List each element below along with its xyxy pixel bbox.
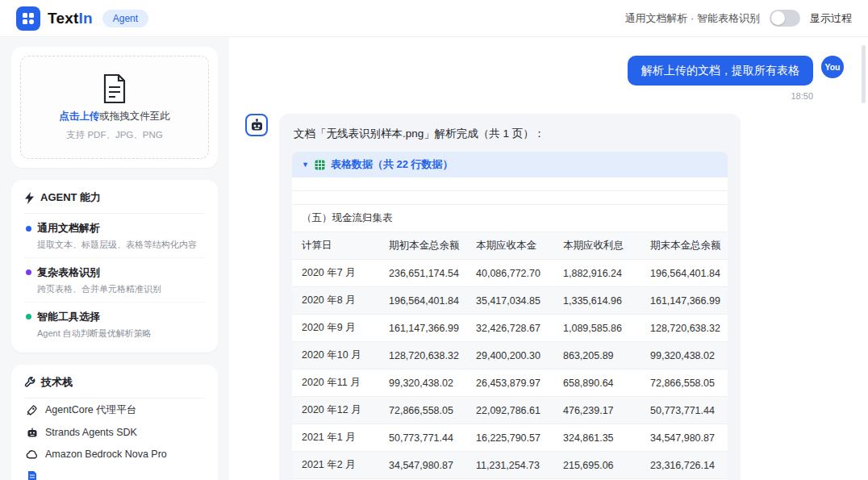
capability-desc: Agent 自动判断最优解析策略 — [37, 328, 203, 340]
table-cell: 476,239.17 — [553, 397, 641, 424]
cloud-icon — [26, 449, 38, 461]
table-section-toggle[interactable]: ▼ 表格数据（共 22 行数据） — [292, 152, 728, 177]
table-caption: （五）现金流归集表 — [292, 205, 728, 232]
table-cell: 29,400,200.30 — [466, 342, 553, 369]
table-cell: 50,773,771.44 — [641, 397, 728, 424]
table-cell: 1,089,585.86 — [553, 315, 641, 342]
table-cell: 215,695.06 — [553, 452, 641, 479]
bot-avatar — [245, 114, 268, 136]
document-icon — [26, 470, 38, 480]
upload-card: 点击上传或拖拽文件至此 支持 PDF、JPG、PNG — [11, 47, 218, 168]
table-cell: 1,335,614.96 — [553, 287, 641, 315]
tech-stack-item — [24, 465, 205, 480]
capability-desc: 提取文本、标题层级、表格等结构化内容 — [37, 239, 203, 251]
chat-area: 解析上传的文档，提取所有表格 You 18:50 文档「无线表识别 — [229, 37, 868, 480]
column-header: 计算日 — [292, 232, 379, 260]
table-cell: 99,320,438.02 — [641, 342, 728, 369]
empty-cell — [292, 177, 728, 191]
capability-dot-icon — [26, 314, 31, 319]
mode-label: 通用文档解析 · 智能表格识别 — [624, 11, 760, 26]
capability-item: 通用文档解析提取文本、标题层级、表格等结构化内容 — [24, 214, 205, 258]
table-cell: 161,147,366.99 — [379, 315, 466, 342]
capability-dot-icon — [26, 226, 31, 232]
agent-capability-list: 通用文档解析提取文本、标题层级、表格等结构化内容复杂表格识别跨页表格、合并单元格… — [24, 214, 205, 346]
message-timestamp: 18:50 — [245, 91, 844, 101]
table-cell: 2021 年2 月 — [292, 452, 379, 479]
upload-link[interactable]: 点击上传 — [59, 111, 99, 122]
capability-title: 复杂表格识别 — [37, 265, 100, 280]
scrollbar[interactable] — [862, 45, 866, 103]
agent-panel-header: AGENT 能力 — [24, 190, 205, 214]
table-row: 2020 年8 月196,564,401.8435,417,034.851,33… — [292, 287, 728, 315]
table-cell: 2020 年10 月 — [292, 342, 379, 369]
table-cell: 128,720,638.32 — [641, 315, 728, 342]
tech-stack-label: Strands Agents SDK — [45, 427, 137, 438]
table-row: 2021 年2 月34,547,980.8711,231,254.73215,6… — [292, 452, 728, 479]
table-cell: 40,086,772.70 — [466, 260, 553, 287]
table-cell: 196,564,401.84 — [379, 287, 466, 315]
table-cell: 1,882,916.24 — [553, 260, 641, 287]
table-cell: 863,205.89 — [553, 342, 641, 369]
table-grid-icon — [315, 160, 325, 170]
user-message-row: 解析上传的文档，提取所有表格 You — [245, 56, 844, 86]
empty-row — [292, 177, 728, 191]
table-cell: 2020 年7 月 — [292, 260, 379, 287]
table-row: 2020 年11 月99,320,438.0226,453,879.97658,… — [292, 369, 728, 397]
user-avatar: You — [821, 56, 844, 78]
table-cell: 35,417,034.85 — [466, 287, 553, 315]
capability-title-row: 智能工具选择 — [26, 310, 203, 324]
extracted-table: （五）现金流归集表计算日期初本金总余额本期应收本金本期应收利息期末本金总余额20… — [292, 177, 728, 480]
table-cell: 16,225,790.57 — [466, 424, 553, 452]
table-cell: 11,231,254.73 — [466, 452, 553, 479]
agent-badge: Agent — [102, 10, 148, 27]
table-cell: 128,720,638.32 — [379, 342, 466, 369]
table-row: 2020 年10 月128,720,638.3229,400,200.30863… — [292, 342, 728, 369]
tech-stack-list: AgentCore 代理平台Strands Agents SDKAmazon B… — [24, 399, 205, 480]
table-cell: 658,890.64 — [553, 369, 641, 397]
table-cell: 196,564,401.84 — [641, 260, 728, 287]
column-header: 期初本金总余额 — [379, 232, 466, 260]
user-message-bubble: 解析上传的文档，提取所有表格 — [628, 56, 813, 86]
bot-message-row: 文档「无线表识别样本.png」解析完成（共 1 页）： ▼ 表格 — [245, 114, 844, 480]
table-cell: 23,316,726.14 — [641, 452, 728, 479]
table-row: 2020 年12 月72,866,558.0522,092,786.61476,… — [292, 397, 728, 424]
top-bar: TextIn Agent 通用文档解析 · 智能表格识别 显示过程 — [0, 0, 868, 37]
table-cell: 22,092,786.61 — [466, 397, 553, 424]
capability-desc: 跨页表格、合并单元格精准识别 — [37, 283, 203, 295]
textin-logo[interactable] — [16, 6, 40, 31]
table-row: 2021 年1 月50,773,771.4416,225,790.57324,8… — [292, 424, 728, 452]
upload-subtitle: 支持 PDF、JPG、PNG — [66, 129, 162, 141]
robot-icon — [250, 119, 264, 132]
tech-stack-item: Strands Agents SDK — [24, 422, 205, 444]
agent-panel-title: AGENT 能力 — [40, 190, 101, 205]
tech-stack-item: AgentCore 代理平台 — [24, 399, 205, 422]
grid-logo-icon — [22, 12, 35, 25]
upload-dropzone[interactable]: 点击上传或拖拽文件至此 支持 PDF、JPG、PNG — [20, 56, 209, 159]
capability-dot-icon — [26, 269, 31, 275]
wrench-icon — [24, 377, 35, 388]
empty-row — [292, 191, 728, 205]
capability-item: 智能工具选择Agent 自动判断最优解析策略 — [24, 303, 205, 346]
table-cell: 236,651,174.54 — [379, 260, 466, 287]
show-process-label: 显示过程 — [810, 11, 852, 26]
tech-panel-title: 技术栈 — [41, 375, 73, 390]
table-cell: 2020 年9 月 — [292, 315, 379, 342]
table-section-label: 表格数据（共 22 行数据） — [331, 157, 453, 172]
table-cell: 72,866,558.05 — [641, 369, 728, 397]
table-cell: 50,773,771.44 — [379, 424, 466, 452]
capability-title-row: 通用文档解析 — [26, 221, 203, 236]
bot-message-title: 文档「无线表识别样本.png」解析完成（共 1 页）： — [294, 127, 728, 141]
document-icon — [102, 73, 127, 104]
show-process-toggle[interactable] — [770, 10, 800, 27]
sidebar: 点击上传或拖拽文件至此 支持 PDF、JPG、PNG AGENT 能力 通用文档… — [0, 37, 229, 480]
column-header: 期末本金总余额 — [641, 232, 728, 260]
table-row: 2020 年9 月161,147,366.9932,426,728.671,08… — [292, 315, 728, 342]
table-cell: 2020 年11 月 — [292, 369, 379, 397]
caption-row: （五）现金流归集表 — [292, 205, 728, 232]
app-window: TextIn Agent 通用文档解析 · 智能表格识别 显示过程 点 — [0, 0, 868, 480]
table-cell: 72,866,558.05 — [379, 397, 466, 424]
agent-capability-panel: AGENT 能力 通用文档解析提取文本、标题层级、表格等结构化内容复杂表格识别跨… — [11, 180, 218, 353]
column-header: 本期应收利息 — [553, 232, 641, 260]
toggle-knob — [771, 11, 785, 25]
table-cell: 324,861.35 — [553, 424, 641, 452]
